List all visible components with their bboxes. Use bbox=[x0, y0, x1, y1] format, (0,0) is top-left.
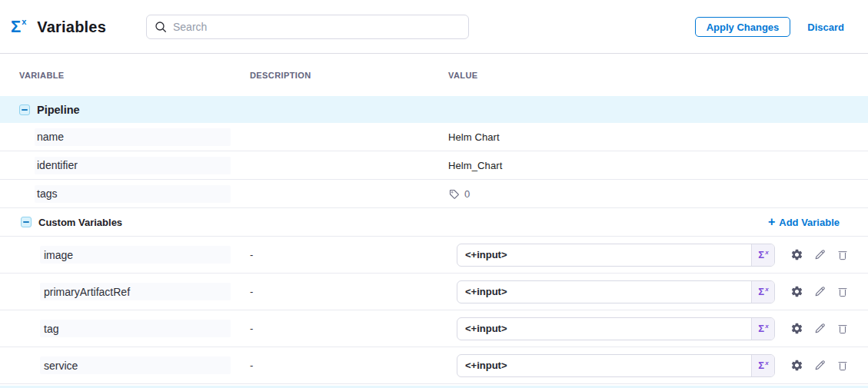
value-input[interactable]: <+input> Σx bbox=[457, 244, 775, 267]
settings-icon[interactable] bbox=[790, 248, 803, 261]
variable-name: identifier bbox=[35, 157, 231, 174]
variable-description: - bbox=[231, 323, 431, 334]
variable-name: primaryArtifactRef bbox=[40, 283, 231, 300]
tags-count: 0 bbox=[448, 188, 470, 200]
table-row: primaryArtifactRef - <+input> Σx bbox=[0, 274, 868, 310]
search-input[interactable] bbox=[173, 21, 461, 33]
table-row: tags 0 bbox=[0, 180, 868, 208]
table-row: service - <+input> Σx bbox=[0, 347, 868, 384]
delete-icon[interactable] bbox=[836, 323, 849, 335]
variable-value: Helm Chart bbox=[448, 131, 500, 143]
variable-name: name bbox=[35, 128, 231, 146]
variable-value: Helm_Chart bbox=[448, 160, 502, 171]
column-header-description: DESCRIPTION bbox=[231, 71, 431, 80]
plus-icon: + bbox=[768, 216, 775, 228]
search-icon bbox=[155, 21, 167, 33]
section-label: Custom Variables bbox=[38, 217, 122, 228]
runtime-input-icon[interactable]: Σx bbox=[751, 355, 774, 376]
page-title: Variables bbox=[37, 18, 106, 36]
runtime-input-icon[interactable]: Σx bbox=[751, 281, 774, 303]
variable-description: - bbox=[231, 249, 431, 260]
table-header: VARIABLE DESCRIPTION VALUE bbox=[0, 54, 868, 96]
variable-name: tags bbox=[35, 185, 231, 203]
edit-icon[interactable] bbox=[813, 322, 826, 335]
delete-icon[interactable] bbox=[836, 286, 849, 298]
add-variable-button[interactable]: + Add Variable bbox=[768, 216, 840, 228]
section-label: Pipeline bbox=[37, 104, 80, 116]
table-row: image - <+input> Σx bbox=[0, 237, 868, 274]
section-header-pipeline: Pipeline bbox=[0, 96, 868, 123]
column-header-value: VALUE bbox=[431, 71, 868, 80]
variable-name: service bbox=[40, 356, 231, 374]
settings-icon[interactable] bbox=[790, 285, 803, 298]
variables-sigma-icon: Σx bbox=[11, 18, 25, 35]
title-group: Σx Variables bbox=[11, 0, 106, 54]
section-header-custom-variables: Custom Variables + Add Variable bbox=[0, 208, 868, 237]
header: Σx Variables Apply Changes Discard bbox=[0, 0, 868, 54]
tag-icon bbox=[448, 188, 460, 200]
runtime-input-icon[interactable]: Σx bbox=[751, 318, 774, 340]
delete-icon[interactable] bbox=[836, 360, 849, 372]
value-input[interactable]: <+input> Σx bbox=[457, 354, 775, 377]
discard-button[interactable]: Discard bbox=[807, 22, 844, 33]
delete-icon[interactable] bbox=[836, 249, 849, 261]
header-actions: Apply Changes Discard bbox=[695, 0, 844, 54]
variable-name: image bbox=[40, 246, 231, 264]
edit-icon[interactable] bbox=[813, 248, 826, 261]
table-row: name Helm Chart bbox=[0, 123, 868, 151]
collapse-icon-custom-variables[interactable] bbox=[21, 217, 32, 227]
variables-panel: Σx Variables Apply Changes Discard VARIA… bbox=[0, 0, 868, 388]
settings-icon[interactable] bbox=[790, 359, 803, 372]
variable-description: - bbox=[231, 286, 431, 297]
variable-name: tag bbox=[40, 320, 231, 337]
edit-icon[interactable] bbox=[813, 285, 826, 298]
table-row: tag - <+input> Σx bbox=[0, 310, 868, 347]
column-header-variable: VARIABLE bbox=[0, 71, 231, 80]
search-box bbox=[146, 15, 469, 39]
value-input[interactable]: <+input> Σx bbox=[457, 280, 775, 303]
apply-changes-button[interactable]: Apply Changes bbox=[695, 17, 791, 37]
edit-icon[interactable] bbox=[813, 359, 826, 372]
value-input[interactable]: <+input> Σx bbox=[457, 317, 775, 340]
runtime-input-icon[interactable]: Σx bbox=[751, 244, 774, 266]
settings-icon[interactable] bbox=[790, 322, 803, 335]
collapse-icon-pipeline[interactable] bbox=[19, 104, 30, 115]
variable-description: - bbox=[231, 360, 431, 371]
table-row: identifier Helm_Chart bbox=[0, 151, 868, 180]
